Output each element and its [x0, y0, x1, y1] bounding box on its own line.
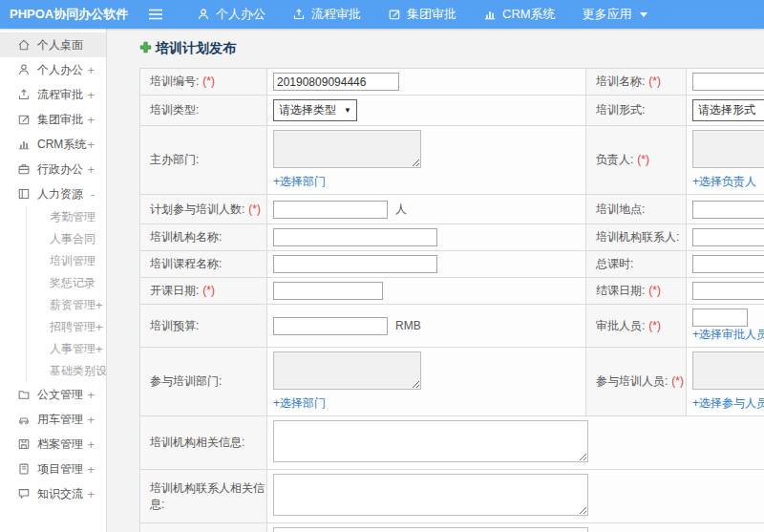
sidebar-item-human-resources[interactable]: 人力资源 -: [0, 181, 106, 206]
field-label: 总课时:: [596, 257, 633, 270]
submenu-item-base-category[interactable]: 基础类别设置 +: [27, 360, 106, 382]
form-row: 培训要求:: [140, 523, 764, 532]
select-leader-link[interactable]: +选择负责人: [692, 174, 756, 190]
topbar: PHPOA协同办公软件 个人办公 流程审批 集团审批: [0, 0, 764, 29]
select-participants-link[interactable]: +选择参与人员: [692, 395, 764, 412]
expand-plus-icon[interactable]: +: [87, 88, 95, 102]
expand-plus-icon[interactable]: +: [87, 437, 95, 452]
currency-label: RMB: [395, 319, 421, 332]
org-name-input[interactable]: [273, 228, 437, 246]
expand-plus-icon[interactable]: +: [87, 462, 95, 477]
expand-plus-icon[interactable]: +: [87, 138, 95, 152]
location-input[interactable]: [692, 201, 764, 219]
sidebar-item-admin-office[interactable]: 行政办公 +: [0, 157, 106, 181]
sidebar-item-archive-mgmt[interactable]: 档案管理 +: [0, 432, 106, 457]
collapse-minus-icon[interactable]: -: [91, 187, 95, 202]
expand-plus-icon[interactable]: +: [87, 388, 95, 402]
training-no-input[interactable]: [273, 73, 399, 91]
submenu-item-personnel-mgmt[interactable]: 人事管理 +: [27, 338, 106, 360]
topmenu-group-approval[interactable]: 集团审批: [374, 0, 470, 29]
training-type-select[interactable]: 请选择类型▼: [273, 99, 357, 121]
field-label: 培训类型:: [150, 103, 199, 117]
field-label: 培训机构联系人:: [596, 230, 679, 244]
hamburger-menu-icon[interactable]: [141, 8, 170, 21]
org-contact-input[interactable]: [692, 228, 764, 246]
sidebar-item-knowledge-exchange[interactable]: 知识交流 +: [0, 481, 106, 506]
field-label: 开课日期:: [150, 284, 199, 297]
chart-icon: [483, 8, 497, 21]
submenu-item-attendance[interactable]: 考勤管理: [27, 206, 106, 228]
page-title: 培训计划发布: [139, 40, 764, 57]
form-row: 主办部门: +选择部门 负责人:(*) +选择负责人: [140, 126, 764, 195]
upload-icon: [292, 8, 306, 21]
training-name-input[interactable]: [692, 73, 764, 91]
select-dept-link[interactable]: +选择部门: [273, 395, 326, 412]
user-icon: [197, 8, 210, 21]
org-contact-info-textarea[interactable]: [273, 474, 588, 516]
start-date-input[interactable]: [273, 282, 383, 300]
join-depts-textarea[interactable]: [273, 351, 421, 390]
sidebar-item-vehicle-mgmt[interactable]: 用车管理 +: [0, 407, 106, 432]
submenu-item-hr-contract[interactable]: 人事合同: [27, 228, 106, 250]
topmenu-more-apps[interactable]: 更多应用: [569, 0, 661, 29]
field-label: 培训机构联系人相关信息:: [150, 481, 265, 511]
expand-plus-icon[interactable]: +: [87, 113, 95, 127]
home-icon: [17, 38, 31, 52]
expand-plus-icon[interactable]: +: [87, 413, 95, 427]
expand-plus-icon[interactable]: +: [96, 320, 103, 334]
topmenu-personal-office[interactable]: 个人办公: [183, 0, 279, 29]
end-date-input[interactable]: [692, 282, 764, 300]
leader-textarea[interactable]: [692, 130, 764, 168]
host-dept-textarea[interactable]: [273, 130, 421, 168]
briefcase-icon: [17, 162, 31, 176]
sidebar-item-document-mgmt[interactable]: 公文管理 +: [0, 382, 106, 407]
field-label: 培训名称:: [596, 74, 645, 88]
sidebar: 个人桌面 个人办公 + 流程审批 + 集团审批 + CRM系统 + 行政办公 +: [0, 29, 107, 532]
course-name-input[interactable]: [273, 255, 437, 273]
expand-plus-icon[interactable]: +: [96, 342, 103, 356]
sidebar-item-personal-office[interactable]: 个人办公 +: [0, 57, 106, 82]
planned-count-input[interactable]: [273, 201, 388, 219]
required-marker: (*): [648, 284, 661, 297]
total-hours-input[interactable]: [692, 255, 764, 273]
submenu-item-salary-mgmt[interactable]: 薪资管理 +: [27, 294, 106, 316]
sidebar-item-process-approval[interactable]: 流程审批 +: [0, 82, 106, 107]
select-approvers-link[interactable]: +选择审批人员: [692, 328, 764, 341]
form-row: 培训类型: 请选择类型▼ 培训形式: 请选择形式▼: [140, 96, 764, 126]
sidebar-item-crm[interactable]: CRM系统 +: [0, 132, 106, 157]
expand-plus-icon[interactable]: +: [96, 298, 103, 312]
topmenu-process-approval[interactable]: 流程审批: [279, 0, 374, 29]
field-label: 培训地点:: [596, 202, 645, 216]
field-label: 培训机构相关信息:: [150, 436, 244, 449]
app-logo-title: PHPOA协同办公软件: [0, 6, 141, 23]
expand-plus-icon[interactable]: +: [87, 487, 95, 501]
edit-icon: [388, 8, 401, 21]
submenu-item-recruit-mgmt[interactable]: 招聘管理 +: [27, 316, 106, 338]
chart-icon: [17, 138, 31, 151]
chat-icon: [17, 487, 31, 500]
sidebar-item-personal-desktop[interactable]: 个人桌面: [0, 32, 106, 57]
field-label: 培训课程名称:: [150, 257, 222, 270]
submenu-item-training-mgmt[interactable]: 培训管理: [27, 250, 106, 272]
topmenu-crm[interactable]: CRM系统: [470, 0, 569, 29]
sidebar-item-project-mgmt[interactable]: 项目管理 +: [0, 457, 106, 481]
expand-plus-icon[interactable]: +: [87, 162, 95, 177]
approvers-input[interactable]: [692, 309, 748, 327]
field-label: 培训机构名称:: [150, 230, 222, 244]
top-navigation: 个人办公 流程审批 集团审批 CRM系统 更多应用: [183, 0, 661, 29]
field-label: 主办部门:: [150, 153, 199, 166]
main-content: 培训计划发布 培训编号:(*) 培训名称:(*) 培训类型: 请选择类型▼ 培训…: [108, 29, 764, 532]
form-row: 培训课程名称: 总课时:: [140, 251, 764, 278]
book-icon: [17, 187, 31, 201]
budget-input[interactable]: [273, 317, 388, 335]
org-info-textarea[interactable]: [273, 420, 588, 462]
requirements-textarea[interactable]: [273, 527, 588, 532]
select-caret-icon: ▼: [344, 106, 351, 115]
sidebar-item-group-approval[interactable]: 集团审批 +: [0, 107, 106, 132]
training-mode-select[interactable]: 请选择形式▼: [692, 99, 764, 121]
select-dept-link[interactable]: +选择部门: [273, 174, 326, 190]
join-people-textarea[interactable]: [692, 351, 764, 390]
field-label: 培训预算:: [150, 319, 199, 332]
submenu-item-reward-record[interactable]: 奖惩记录: [27, 272, 106, 294]
expand-plus-icon[interactable]: +: [87, 63, 95, 77]
